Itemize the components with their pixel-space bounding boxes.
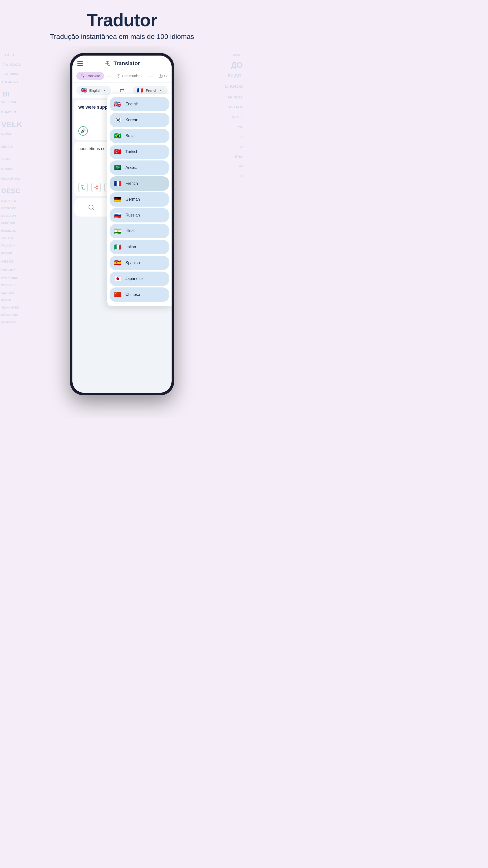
lang-option-japanese[interactable]: 🇯🇵 Japanese [110, 272, 169, 286]
lang-option-chinese[interactable]: 🇨🇳 Chinese [110, 287, 169, 302]
flag-french: 🇫🇷 [113, 179, 122, 188]
svg-line-12 [92, 209, 94, 210]
share-icon [94, 185, 98, 190]
svg-line-8 [95, 188, 96, 188]
flag-hindi: 🇮🇳 [113, 226, 122, 236]
lang-option-korean[interactable]: 🇰🇷 Korean [110, 113, 169, 127]
tab-translate-label: Translate [86, 74, 100, 78]
svg-rect-4 [83, 187, 85, 189]
bottom-nav-search[interactable] [88, 204, 94, 211]
search-icon [88, 204, 94, 211]
lang-option-english[interactable]: 🇬🇧 English [110, 97, 169, 111]
tab-translate[interactable]: Translate [77, 72, 104, 80]
lang-option-arabic[interactable]: 🇸🇦 Arabic [110, 160, 169, 175]
source-lang-name: English [89, 88, 101, 93]
svg-point-6 [94, 187, 95, 188]
target-lang-flag: 🇫🇷 [136, 88, 144, 93]
share-button[interactable] [91, 183, 101, 192]
tab-communicate-label: Communicate [122, 74, 143, 78]
flag-german: 🇩🇪 [113, 195, 122, 204]
target-lang-chevron: ▾ [160, 89, 161, 92]
copy-icon [81, 185, 85, 190]
tab-camera[interactable]: Camera [156, 72, 172, 80]
app-bar: A Translator [72, 56, 172, 70]
lang-name-turkish: Turkish [125, 150, 139, 154]
app-title: Translator [114, 60, 140, 67]
page-subtitle: Tradução instantânea em mais de 100 idio… [5, 33, 239, 41]
lang-name-arabic: Arabic [125, 165, 136, 170]
lang-name-italian: Italian [125, 245, 136, 249]
lang-name-russian: Russian [125, 213, 140, 217]
lang-option-hindi[interactable]: 🇮🇳 Hindi [110, 224, 169, 238]
flag-russian: 🇷🇺 [113, 211, 122, 220]
translator-icon: A [104, 60, 111, 67]
lang-option-french[interactable]: 🇫🇷 French [110, 176, 169, 191]
input-speaker-button[interactable]: 🔊 [79, 126, 88, 136]
lang-option-brazil[interactable]: 🇧🇷 Brazil [110, 129, 169, 143]
language-dropdown: 🇬🇧 English 🇰🇷 Korean 🇧🇷 Brazil [107, 94, 172, 306]
tab-camera-label: Camera [164, 74, 172, 78]
translate-tab-icon [80, 74, 84, 78]
tab-divider-1: — [106, 73, 111, 79]
target-lang-name: French [146, 88, 157, 93]
flag-turkish: 🇹🇷 [113, 147, 122, 156]
swap-languages-button[interactable]: ⇄ [120, 87, 124, 93]
main-content: FÀILTE AAYUBOOVA WILUJENG AHLAN WA BI WE… [0, 45, 244, 417]
tab-bar: Translate — Communicate — [72, 70, 172, 82]
phone-mockup: A Translator Translate [0, 45, 244, 395]
svg-point-7 [96, 188, 98, 189]
header: Tradutor Tradução instantânea em mais de… [0, 0, 244, 45]
lang-name-french: French [125, 181, 138, 186]
flag-chinese: 🇨🇳 [113, 290, 122, 299]
phone-device: A Translator Translate [70, 53, 174, 395]
lang-name-english: English [125, 102, 139, 106]
flag-brazil: 🇧🇷 [113, 131, 122, 141]
flag-english: 🇬🇧 [113, 99, 122, 109]
source-lang-chevron: ▾ [104, 89, 105, 92]
copy-button[interactable] [79, 183, 88, 192]
flag-japanese: 🇯🇵 [113, 274, 122, 283]
lang-option-italian[interactable]: 🇮🇹 Italian [110, 240, 169, 254]
lang-name-brazil: Brazil [125, 134, 135, 138]
svg-line-9 [95, 186, 96, 187]
source-lang-select[interactable]: 🇬🇧 English ▾ [77, 86, 111, 95]
lang-name-japanese: Japanese [125, 277, 143, 281]
lang-name-korean: Korean [125, 118, 139, 122]
lang-list: 🇬🇧 English 🇰🇷 Korean 🇧🇷 Brazil [110, 97, 169, 303]
flag-korean: 🇰🇷 [113, 115, 122, 125]
lang-option-spanish[interactable]: 🇪🇸 Spanish [110, 256, 169, 270]
svg-point-5 [96, 186, 98, 187]
flag-italian: 🇮🇹 [113, 242, 122, 252]
target-lang-select[interactable]: 🇫🇷 French ▾ [133, 86, 167, 95]
source-lang-flag: 🇬🇧 [80, 88, 87, 93]
svg-text:A: A [108, 64, 110, 67]
hamburger-button[interactable] [78, 61, 83, 66]
lang-name-german: German [125, 197, 140, 202]
flag-arabic: 🇸🇦 [113, 163, 122, 173]
tab-communicate[interactable]: Communicate [114, 72, 146, 80]
lang-name-hindi: Hindi [125, 229, 134, 234]
camera-tab-icon [159, 74, 163, 78]
svg-point-3 [160, 75, 161, 76]
lang-option-german[interactable]: 🇩🇪 German [110, 192, 169, 207]
flag-spanish: 🇪🇸 [113, 258, 122, 268]
lang-option-turkish[interactable]: 🇹🇷 Turkish [110, 145, 169, 159]
app-title-wrapper: A Translator [104, 60, 140, 67]
phone-screen: A Translator Translate [72, 56, 172, 393]
lang-option-russian[interactable]: 🇷🇺 Russian [110, 208, 169, 222]
lang-name-spanish: Spanish [125, 261, 140, 265]
tab-divider-2: — [149, 73, 153, 79]
communicate-tab-icon [117, 74, 121, 78]
lang-name-chinese: Chinese [125, 292, 140, 297]
page-title: Tradutor [5, 10, 239, 30]
